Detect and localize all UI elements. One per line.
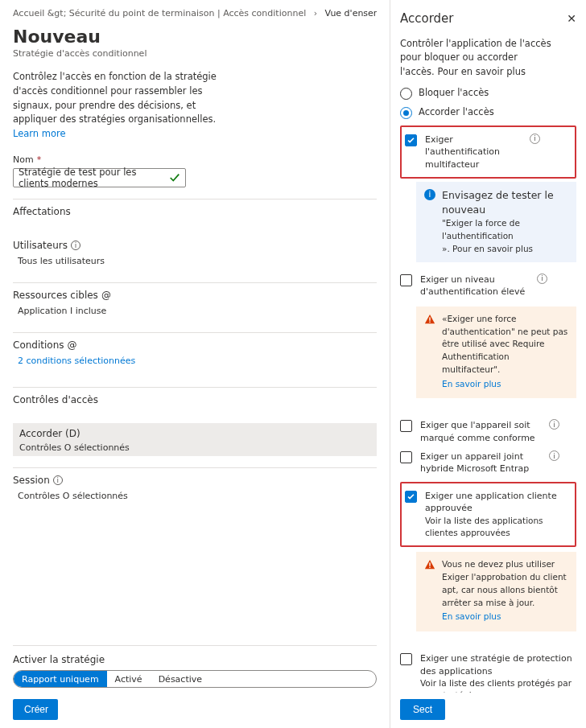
radio-icon: [400, 107, 412, 119]
toggle-enabled[interactable]: Activé: [107, 671, 151, 687]
checkbox-hybrid-join[interactable]: Exiger un appareil joint hybride Microso…: [400, 447, 576, 479]
at-icon: @: [68, 339, 77, 351]
crumb-overview: Vue d'ensemble de l'accès conditionnel |: [325, 8, 377, 19]
grant-row[interactable]: Accorder (D) Contrôles O sélectionnés: [13, 423, 377, 456]
at-icon: @: [101, 290, 111, 301]
info-icon[interactable]: i: [549, 419, 559, 430]
info-icon[interactable]: i: [537, 274, 547, 284]
chevron-right-icon: ›: [314, 8, 317, 19]
resources-row[interactable]: Ressources cibles @ Application I inclus…: [13, 282, 377, 321]
crumb-home[interactable]: Accueil &gt;: [13, 8, 66, 19]
warning-auth-strength: «Exiger une force d'authentication" ne p…: [416, 306, 576, 399]
grant-panel: Accorder ✕ Contrôler l'application de l'…: [390, 0, 586, 728]
main-panel: Accueil &gt; Sécurité du point de termin…: [0, 0, 390, 728]
checkbox-auth-level[interactable]: Exiger un niveau d'authentification élev…: [400, 270, 576, 302]
info-icon: i: [424, 189, 435, 200]
crumb-sec[interactable]: Sécurité du point de terminaison |: [69, 8, 221, 19]
approved-apps-link[interactable]: Voir la liste des applications clientes …: [425, 516, 543, 537]
radio-block-access[interactable]: Bloquer l'accès: [400, 87, 576, 100]
users-row[interactable]: Utilisateursi Tous les utilisateurs: [13, 233, 377, 271]
toggle-disabled[interactable]: Désactive: [151, 671, 210, 687]
learn-more-link[interactable]: En savoir plus: [442, 611, 568, 623]
checkbox-compliant-device[interactable]: Exiger que l'appareil soit marqué comme …: [400, 416, 576, 447]
breadcrumb: Accueil &gt; Sécurité du point de termin…: [13, 8, 377, 19]
checkbox-approved-client[interactable]: Exiger une application cliente approuvée…: [405, 487, 572, 543]
checkbox-icon: [400, 420, 412, 432]
info-banner-auth-strength: i Envisagez de tester le nouveau "Exiger…: [416, 182, 576, 262]
page-title: Nouveau: [13, 27, 377, 47]
panel-intro: Contrôler l'application de l'accès pour …: [400, 37, 553, 79]
assignments-section: Affectations: [13, 199, 377, 227]
intro-text: Contrôlez l'accès en fonction de la stra…: [13, 70, 222, 142]
enable-policy-toggle[interactable]: Rapport uniquem Activé Désactive: [13, 670, 377, 688]
checkbox-app-protection[interactable]: Exiger une stratégie de protection des a…: [400, 649, 576, 693]
radio-icon: [400, 88, 412, 100]
highlight-approved-app: Exiger une application cliente approuvée…: [400, 482, 576, 548]
svg-rect-3: [429, 567, 430, 568]
page-subtitle: Stratégie d'accès conditionnel: [13, 48, 377, 59]
create-button[interactable]: Créer: [13, 699, 58, 720]
info-icon[interactable]: i: [71, 241, 80, 250]
resources-value: Application I incluse: [13, 306, 377, 316]
conditions-value: 2 conditions sélectionnées: [13, 356, 377, 366]
learn-more-link[interactable]: En savoir plus: [442, 378, 568, 391]
warning-icon: [424, 314, 435, 391]
warning-approved-client: Vous ne devez plus utiliser Exiger l'app…: [416, 552, 576, 631]
name-label: Nom*: [13, 154, 377, 165]
svg-rect-2: [429, 563, 430, 566]
svg-rect-1: [429, 321, 430, 322]
info-icon[interactable]: i: [53, 475, 63, 485]
users-value: Tous les utilisateurs: [13, 256, 377, 266]
conditions-row[interactable]: Conditions @ 2 conditions sélectionnées: [13, 332, 377, 371]
access-controls-section: Contrôles d'accès: [13, 387, 377, 415]
radio-grant-access[interactable]: Accorder l'accès: [400, 106, 576, 119]
access-controls-header: Contrôles d'accès: [13, 394, 377, 405]
name-input[interactable]: Stratégie de test pour les clients moder…: [13, 168, 186, 187]
checkbox-mfa[interactable]: Exiger l'authentification multifacteur i: [405, 130, 572, 174]
checkbox-icon: [400, 451, 412, 463]
assignments-header: Affectations: [13, 206, 377, 217]
learn-more-link[interactable]: Learn more: [13, 127, 222, 142]
panel-title: Accorder: [400, 11, 454, 26]
select-button[interactable]: Sect: [400, 699, 445, 720]
warning-icon: [424, 559, 435, 623]
checkbox-icon: [405, 134, 417, 146]
toggle-report-only[interactable]: Rapport uniquem: [14, 671, 107, 687]
close-icon[interactable]: ✕: [567, 12, 576, 25]
info-icon[interactable]: i: [530, 134, 540, 144]
info-icon[interactable]: i: [549, 450, 559, 461]
crumb-ca[interactable]: Accès conditionnel: [223, 8, 306, 19]
enable-policy-label: Activer la stratégie: [13, 654, 377, 665]
checkbox-icon: [405, 491, 417, 503]
checkbox-icon: [400, 653, 412, 665]
session-row[interactable]: Sessioni Contrôles O sélectionnés: [13, 467, 377, 506]
checkbox-icon: [400, 274, 412, 286]
svg-rect-0: [429, 317, 430, 320]
highlight-mfa: Exiger l'authentification multifacteur i: [400, 125, 576, 179]
check-icon: [169, 172, 180, 183]
